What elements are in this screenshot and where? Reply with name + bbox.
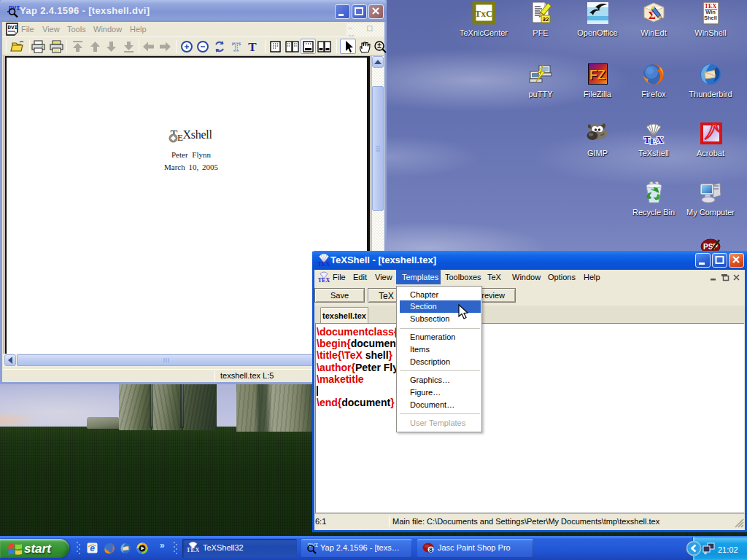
svg-text:T: T <box>248 40 257 54</box>
svg-text:TxC: TxC <box>474 8 492 19</box>
svg-text:Shell: Shell <box>704 15 717 21</box>
svg-text:8: 8 <box>429 546 433 553</box>
svg-text:32: 32 <box>542 16 549 23</box>
svg-text:FZ: FZ <box>589 68 605 82</box>
svg-text:TEX: TEX <box>318 277 330 284</box>
svg-text:TEX: TEX <box>317 260 330 268</box>
svg-text:TEX: TEX <box>643 134 663 146</box>
svg-text:DVI: DVI <box>8 25 18 31</box>
svg-text:T: T <box>232 40 241 54</box>
svg-text:TEX: TEX <box>187 546 199 553</box>
